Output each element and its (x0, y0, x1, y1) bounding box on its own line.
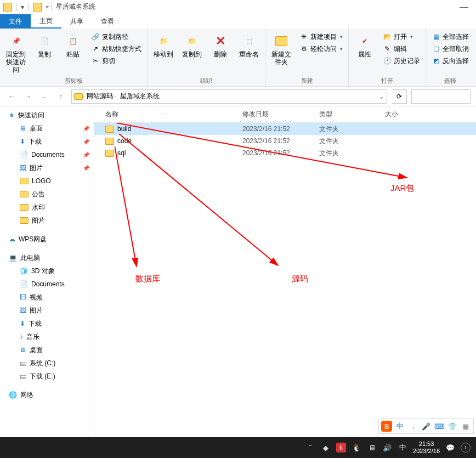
mic-icon[interactable]: 🎤 (421, 421, 432, 432)
sidebar-wps[interactable]: ☁WPS网盘 (0, 233, 94, 246)
qat-split-icon[interactable]: ⏷ (45, 4, 50, 10)
open-button[interactable]: 📂打开▾ (381, 31, 422, 43)
col-size[interactable]: 大小 (379, 110, 412, 119)
search-input[interactable] (411, 89, 471, 104)
sidebar-item-watermark[interactable]: 水印 (0, 201, 94, 214)
breadcrumb-item[interactable]: 星盾域名系统 (118, 92, 162, 101)
back-button[interactable]: ← (5, 91, 18, 103)
sidebar-item-music[interactable]: ♪音乐 (0, 330, 94, 343)
sidebar-item-docs[interactable]: 📄Documents (0, 278, 94, 291)
sidebar-quick-access[interactable]: ★快速访问 (0, 109, 94, 122)
delete-button[interactable]: ✕ 删除 (208, 31, 233, 58)
tab-home[interactable]: 主页 (31, 14, 61, 29)
sidebar-item-3d[interactable]: 🧊3D 对象 (0, 264, 94, 278)
col-type[interactable]: 类型 (314, 110, 379, 119)
select-none-button[interactable]: ▢全部取消 (429, 43, 471, 55)
tab-view[interactable]: 查看 (92, 14, 123, 29)
clock-time: 21:53 (413, 440, 440, 448)
sidebar-item-videos[interactable]: 🎞视频 (0, 291, 94, 304)
new-icon: ✳ (299, 32, 308, 41)
tray-qq-icon[interactable]: 🐧 (352, 443, 361, 453)
tray-up-icon[interactable]: ˆ (305, 443, 315, 453)
paste-shortcut-button[interactable]: ↗粘贴快捷方式 (89, 43, 144, 55)
cut-button[interactable]: ✂剪切 (89, 55, 144, 67)
taskbar: ˆ ◆ 6 🐧 🖥 🔊 中 21:53 2023/2/16 💬 1 (0, 437, 476, 458)
folder-icon (20, 217, 29, 224)
chevron-down-icon: ▾ (340, 34, 343, 39)
sogou-icon[interactable]: S (381, 421, 392, 432)
label: 打开 (394, 32, 407, 42)
sidebar-this-pc[interactable]: 💻此电脑 (0, 251, 94, 264)
label: 下载 (29, 137, 42, 146)
keyboard-icon[interactable]: ⌨ (434, 421, 445, 432)
sidebar-item-pics[interactable]: 🖼图片 (0, 304, 94, 317)
notifications-icon[interactable]: 💬 (445, 443, 455, 453)
move-to-button[interactable]: 📁 移动到 (151, 31, 176, 58)
easy-access-button[interactable]: ⚙轻松访问▾ (297, 43, 345, 55)
desktop-icon: 🖥 (20, 346, 26, 354)
separator (28, 3, 29, 11)
tab-file[interactable]: 文件 (0, 14, 31, 29)
refresh-button[interactable]: ⟳ (392, 89, 407, 104)
ime-lang[interactable]: 中 (394, 421, 405, 432)
sidebar-network[interactable]: 🌐网络 (0, 388, 94, 402)
label: 水印 (32, 203, 45, 212)
label: 桌面 (30, 346, 43, 355)
copy-button[interactable]: 📄 复制 (32, 31, 57, 58)
group-label: 新建 (269, 76, 345, 86)
badge-icon[interactable]: 1 (461, 443, 471, 453)
sidebar-item-e[interactable]: 🖴下载 (E:) (0, 370, 94, 383)
ime-punct[interactable]: ， (407, 421, 418, 432)
copy-path-button[interactable]: 🔗复制路径 (89, 31, 144, 43)
tab-share[interactable]: 共享 (61, 14, 92, 29)
col-date[interactable]: 修改日期 (237, 110, 314, 119)
table-row[interactable]: build2023/2/16 21:52文件夹 (94, 123, 476, 135)
clock[interactable]: 21:53 2023/2/16 (413, 440, 440, 455)
sidebar-item-dl[interactable]: ⬇下载 (0, 317, 94, 330)
properties-button[interactable]: ✔ 属性 (352, 31, 377, 58)
breadcrumb-item[interactable]: 网站源码› (84, 92, 118, 101)
pin-quick-access-button[interactable]: 📌 固定到快速访问 (3, 31, 29, 73)
forward-button[interactable]: → (22, 91, 34, 103)
rename-button[interactable]: ⬚ 重命名 (236, 31, 262, 58)
tray-display-icon[interactable]: 🖥 (367, 443, 377, 453)
pin-icon: 📌 (83, 165, 89, 171)
sidebar-item-downloads[interactable]: ⬇下载📌 (0, 135, 94, 148)
label: 视频 (30, 293, 43, 302)
dropdown-icon[interactable]: ⌄ (379, 93, 384, 100)
ime-indicator[interactable]: 中 (398, 443, 407, 453)
label: 反向选择 (443, 56, 469, 66)
sidebar-item-c[interactable]: 🖴系统 (C:) (0, 357, 94, 370)
tray-app-icon[interactable]: 6 (336, 443, 346, 453)
sidebar-item-documents[interactable]: 📄Documents📌 (0, 148, 94, 161)
col-name[interactable]: 名称ˆ (94, 110, 237, 119)
table-row[interactable]: sql2023/2/16 21:52文件夹 (94, 147, 476, 159)
recent-dropdown[interactable]: ⌄ (38, 91, 50, 103)
menu-icon[interactable]: ▦ (460, 421, 471, 432)
edit-button[interactable]: ✎编辑 (381, 43, 422, 55)
invert-selection-button[interactable]: ◩反向选择 (429, 55, 471, 67)
sidebar-item-logo[interactable]: LOGO (0, 174, 94, 188)
tray-volume-icon[interactable]: 🔊 (382, 443, 392, 453)
skin-icon[interactable]: 👕 (447, 421, 458, 432)
copy-to-button[interactable]: 📁 复制到 (179, 31, 205, 58)
sidebar-item-pictures[interactable]: 🖼图片📌 (0, 161, 94, 174)
up-button[interactable]: ↑ (55, 91, 67, 103)
new-item-button[interactable]: ✳新建项目▾ (297, 31, 345, 43)
tray-app-icon[interactable]: ◆ (321, 443, 331, 453)
table-row[interactable]: code2023/2/16 21:52文件夹 (94, 135, 476, 147)
select-all-button[interactable]: ▦全部选择 (429, 31, 471, 43)
paste-button[interactable]: 📋 粘贴 (60, 31, 86, 58)
sidebar-item-desk[interactable]: 🖥桌面 (0, 343, 94, 357)
history-button[interactable]: 🕐历史记录 (381, 55, 422, 67)
ime-tray: S 中 ， 🎤 ⌨ 👕 ▦ (378, 419, 474, 434)
select-all-icon: ▦ (432, 32, 440, 41)
sidebar-item-desktop[interactable]: 🖥桌面📌 (0, 122, 94, 135)
download-icon: ⬇ (20, 320, 25, 327)
breadcrumb[interactable]: › 网站源码› 星盾域名系统 ⌄ (71, 89, 387, 104)
sidebar-item-pictures2[interactable]: 图片 (0, 214, 94, 227)
new-folder-button[interactable]: 新建文件夹 (269, 31, 294, 66)
sidebar-item-notice[interactable]: 公告 (0, 188, 94, 201)
qat-dropdown-icon[interactable]: ▾ (18, 3, 27, 12)
minimize-button[interactable]: — (452, 2, 476, 12)
